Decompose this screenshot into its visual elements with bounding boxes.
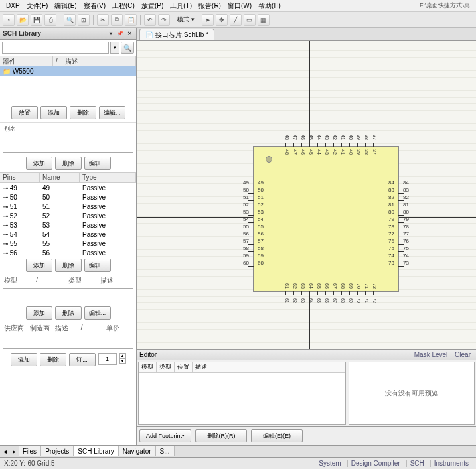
tool-open-icon[interactable]: 📂 bbox=[17, 14, 29, 26]
tool-arrow-icon[interactable]: ➤ bbox=[202, 14, 214, 26]
search-dropdown-icon[interactable]: ▾ bbox=[110, 42, 119, 54]
alias-btn-1[interactable]: 删除 bbox=[55, 157, 82, 170]
mode-label[interactable]: 模式 ▾ bbox=[177, 15, 195, 24]
pin-row[interactable]: ⊸ 5454Passive bbox=[0, 230, 136, 239]
comp-btn-0[interactable]: 放置 bbox=[11, 106, 38, 119]
panel-header[interactable]: SCH Library ▾ 📌 ✕ bbox=[0, 28, 136, 40]
menu-place[interactable]: 放置(P) bbox=[138, 1, 167, 11]
editor-header[interactable]: Editor Mask Level Clear bbox=[137, 350, 476, 360]
alias-btn-0[interactable]: 添加 bbox=[26, 157, 52, 170]
menu-edit[interactable]: 编辑(E) bbox=[51, 1, 80, 11]
chip-body[interactable]: 4949505051515252535354545555565657575858… bbox=[253, 146, 399, 292]
menu-project[interactable]: 工程(C) bbox=[109, 1, 138, 11]
supplier-btn-2[interactable]: 订... bbox=[69, 353, 96, 366]
pins-btn-1[interactable]: 删除 bbox=[55, 259, 82, 272]
menu-window[interactable]: 窗口(W) bbox=[224, 1, 255, 11]
menu-tools[interactable]: 工具(T) bbox=[167, 1, 195, 11]
status-compiler[interactable]: Design Compiler bbox=[347, 460, 404, 467]
pin-outer: 81 bbox=[403, 202, 409, 208]
editor-btn-2[interactable]: 编辑(E)(E) bbox=[251, 429, 303, 442]
pins-btn-2[interactable]: 编辑... bbox=[84, 259, 111, 272]
pin-row[interactable]: ⊸ 5050Passive bbox=[0, 192, 136, 202]
doc-tabs[interactable]: 📄 接口芯片.SchLib * bbox=[137, 28, 476, 41]
tool-grid-icon[interactable]: ▦ bbox=[258, 14, 270, 26]
search-button[interactable]: 🔍 bbox=[121, 42, 134, 54]
tool-rect-icon[interactable]: ▭ bbox=[244, 14, 256, 26]
pins-header[interactable]: Pins Name Type bbox=[0, 172, 136, 183]
supplier-btn-1[interactable]: 删除 bbox=[40, 353, 66, 366]
tab-more[interactable]: S... bbox=[156, 446, 175, 456]
tool-cut-icon[interactable]: ✂ bbox=[97, 14, 109, 26]
clear-link[interactable]: Clear bbox=[452, 351, 473, 358]
mask-level-link[interactable]: Mask Level bbox=[412, 351, 451, 358]
tool-new-icon[interactable]: ▫ bbox=[3, 14, 15, 26]
status-system[interactable]: System bbox=[315, 460, 344, 467]
search-input[interactable] bbox=[2, 42, 109, 54]
menu-view[interactable]: 察看(V) bbox=[80, 1, 109, 11]
tab-projects[interactable]: Projects bbox=[41, 446, 74, 456]
tool-zoomfit-icon[interactable]: ⊡ bbox=[78, 14, 90, 26]
editor-model-list[interactable]: 模型 类型 位置 描述 bbox=[138, 362, 346, 425]
spin-up-icon[interactable]: ▲ bbox=[119, 353, 126, 358]
pin-row[interactable]: ⊸ 5353Passive bbox=[0, 220, 136, 230]
tab-navigator[interactable]: Navigator bbox=[119, 446, 156, 456]
status-instruments[interactable]: Instruments bbox=[430, 460, 472, 467]
tool-redo-icon[interactable]: ↷ bbox=[158, 14, 170, 26]
model-btn-2[interactable]: 编辑... bbox=[84, 306, 111, 320]
model-btn-1[interactable]: 删除 bbox=[55, 306, 82, 320]
tool-undo-icon[interactable]: ↶ bbox=[144, 14, 156, 26]
doc-tab-schlib[interactable]: 📄 接口芯片.SchLib * bbox=[139, 29, 214, 40]
status-sch[interactable]: SCH bbox=[406, 460, 428, 467]
alias-btn-2[interactable]: 编辑... bbox=[84, 157, 111, 170]
supplier-btn-0[interactable]: 添加 bbox=[11, 353, 37, 366]
comp-btn-2[interactable]: 删除 bbox=[70, 106, 96, 119]
pins-list[interactable]: ⊸ 4949Passive⊸ 5050Passive⊸ 5151Passive⊸… bbox=[0, 183, 136, 256]
model-box[interactable] bbox=[3, 288, 133, 302]
tab-schlib[interactable]: SCH Library bbox=[74, 446, 118, 456]
bottom-panel-tabs[interactable]: ◂ ▸ Files Projects SCH Library Navigator… bbox=[0, 445, 476, 457]
component-list-header[interactable]: 器件 / 描述 bbox=[0, 56, 136, 66]
component-list[interactable]: 📁 W5500 bbox=[0, 66, 136, 103]
tool-save-icon[interactable]: 💾 bbox=[31, 14, 42, 26]
schematic-canvas[interactable]: 4949505051515252535354545555565657575858… bbox=[137, 41, 476, 349]
pin-row[interactable]: ⊸ 4949Passive bbox=[0, 183, 136, 192]
component-item-w5500[interactable]: 📁 W5500 bbox=[0, 66, 136, 76]
pin-outer: 83 bbox=[403, 187, 409, 194]
pin-inner: 63 bbox=[299, 283, 306, 289]
right-area: 📄 接口芯片.SchLib * 494950505151525253535454… bbox=[137, 28, 476, 445]
tab-files[interactable]: Files bbox=[19, 446, 41, 456]
pin-row[interactable]: ⊸ 5151Passive bbox=[0, 202, 136, 211]
order-qty-spinner[interactable]: 1 bbox=[98, 353, 117, 365]
tab-nav-right-icon[interactable]: ▸ bbox=[9, 448, 19, 455]
tab-nav-left-icon[interactable]: ◂ bbox=[0, 448, 9, 455]
model-btn-0[interactable]: 添加 bbox=[26, 306, 52, 320]
pin-row[interactable]: ⊸ 5252Passive bbox=[0, 211, 136, 220]
pin-row[interactable]: ⊸ 5656Passive bbox=[0, 248, 136, 256]
pin-inner: 69 bbox=[347, 283, 354, 289]
editor-btn-0[interactable]: Add Footprint ▾ bbox=[139, 429, 191, 442]
menubar[interactable]: DXP 文件(F) 编辑(E) 察看(V) 工程(C) 放置(P) 工具(T) … bbox=[0, 0, 476, 12]
editor-btn-1[interactable]: 删除(R)(R) bbox=[195, 429, 247, 442]
tool-paste-icon[interactable]: 📋 bbox=[125, 14, 137, 26]
panel-dropdown-icon[interactable]: ▾ bbox=[107, 30, 115, 38]
comp-btn-3[interactable]: 编辑... bbox=[99, 106, 125, 119]
panel-pin-icon[interactable]: 📌 bbox=[116, 30, 124, 38]
panel-close-icon[interactable]: ✕ bbox=[125, 30, 133, 38]
tool-line-icon[interactable]: ╱ bbox=[230, 14, 242, 26]
menu-help[interactable]: 帮助(H) bbox=[255, 1, 284, 11]
tool-copy-icon[interactable]: ⧉ bbox=[111, 14, 123, 26]
tool-move-icon[interactable]: ✥ bbox=[216, 14, 228, 26]
alias-box[interactable] bbox=[3, 137, 133, 153]
menu-file[interactable]: 文件(F) bbox=[23, 1, 52, 11]
menu-report[interactable]: 报告(R) bbox=[195, 1, 224, 11]
comp-btn-1[interactable]: 添加 bbox=[40, 106, 67, 119]
spin-down-icon[interactable]: ▼ bbox=[119, 358, 126, 364]
pins-btn-0[interactable]: 添加 bbox=[26, 259, 52, 272]
tool-zoom-icon[interactable]: 🔍 bbox=[64, 14, 76, 26]
pin-row[interactable]: ⊸ 5555Passive bbox=[0, 239, 136, 248]
supplier-box[interactable] bbox=[3, 336, 133, 349]
menu-dxp[interactable]: DXP bbox=[3, 2, 23, 9]
tool-print-icon[interactable]: ⎙ bbox=[44, 14, 56, 26]
pin-inner: 76 bbox=[388, 238, 394, 245]
pin-outer: 68 bbox=[339, 298, 346, 303]
